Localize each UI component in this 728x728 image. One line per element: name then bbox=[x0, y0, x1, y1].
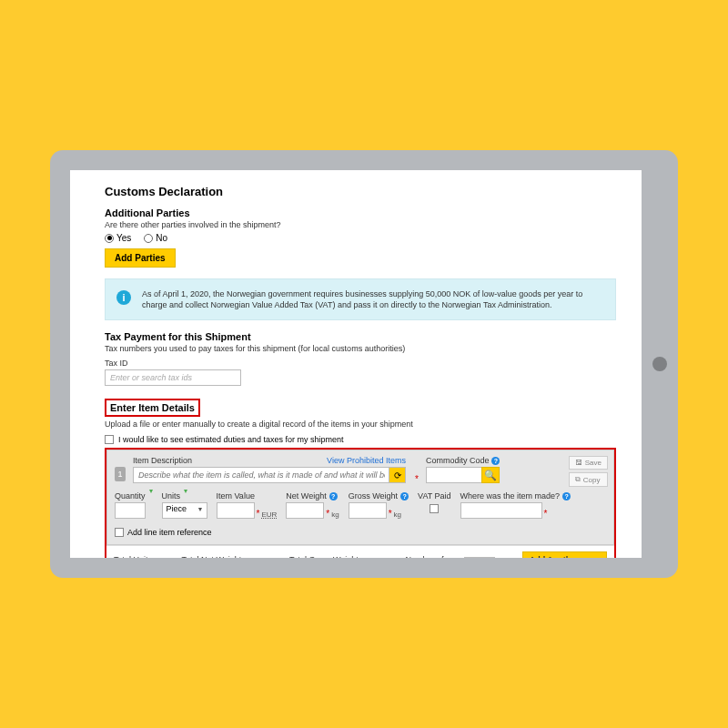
enter-item-details-section: Enter Item Details Upload a file or ente… bbox=[105, 397, 616, 558]
radio-no-indicator bbox=[144, 234, 153, 243]
additional-parties-heading: Additional Parties bbox=[105, 207, 616, 218]
required-star: * bbox=[544, 509, 548, 519]
save-item-button[interactable]: 🖫 Save bbox=[569, 456, 608, 470]
caret-icon: ▾ bbox=[184, 487, 187, 495]
quantity-label: Quantity bbox=[115, 491, 146, 500]
additional-parties-question: Are there other parties involved in the … bbox=[105, 220, 616, 229]
where-made-input[interactable] bbox=[460, 502, 542, 519]
kg-unit: kg bbox=[331, 511, 339, 519]
radio-yes-indicator bbox=[105, 234, 114, 243]
kg-unit: kg bbox=[394, 511, 401, 519]
vat-paid-label: VAT Paid bbox=[418, 491, 451, 500]
page-title: Customs Declaration bbox=[105, 185, 616, 198]
info-icon: i bbox=[116, 290, 131, 305]
help-icon[interactable]: ? bbox=[329, 492, 338, 500]
radio-yes-label: Yes bbox=[116, 233, 131, 243]
item-description-col: Item Description View Prohibited Items ⟳ bbox=[133, 456, 406, 483]
copy-item-button[interactable]: ⧉ Copy bbox=[569, 472, 608, 487]
line-ref-checkbox[interactable] bbox=[115, 528, 124, 537]
vat-paid-checkbox[interactable] bbox=[430, 504, 439, 513]
item-details-highlight: 🖫 Save ⧉ Copy 1 Item Description bbox=[105, 448, 616, 558]
units-label: Units bbox=[162, 491, 181, 500]
required-star: * bbox=[389, 509, 392, 519]
required-star: * bbox=[326, 509, 329, 519]
tax-heading: Tax Payment for this Shipment bbox=[105, 331, 616, 342]
duties-checkbox-label: I would like to see estimated duties and… bbox=[118, 435, 344, 444]
currency-link[interactable]: EUR bbox=[261, 511, 277, 519]
total-net-label: Total Net Weight bbox=[181, 555, 241, 558]
units-select[interactable]: Piece bbox=[162, 502, 207, 519]
item-side-actions: 🖫 Save ⧉ Copy bbox=[569, 456, 608, 487]
item-value-input[interactable] bbox=[217, 502, 255, 519]
gross-weight-label: Gross Weight bbox=[349, 491, 398, 500]
info-banner: i As of April 1, 2020, the Norwegian gov… bbox=[105, 278, 616, 320]
radio-no-label: No bbox=[156, 233, 167, 243]
total-units-label: Total Units bbox=[114, 555, 152, 558]
tablet-frame: Customs Declaration Additional Parties A… bbox=[50, 150, 678, 578]
required-star: * bbox=[415, 474, 419, 484]
tax-sub: Tax numbers you used to pay taxes for th… bbox=[105, 344, 616, 353]
copy-icon: ⧉ bbox=[575, 475, 581, 484]
totals-row: Total Units 1 Total Net Weight --,-- KG … bbox=[106, 545, 614, 558]
line-ref-label: Add line item reference bbox=[127, 528, 212, 537]
add-another-item-button[interactable]: Add Another Item + bbox=[522, 551, 607, 558]
pallets-input[interactable] bbox=[464, 557, 495, 558]
item-row-1: 1 Item Description View Prohibited Items… bbox=[115, 456, 606, 484]
enter-item-details-sub: Upload a file or enter manually to creat… bbox=[105, 420, 616, 429]
tax-id-input[interactable] bbox=[105, 369, 241, 386]
item-index: 1 bbox=[115, 467, 126, 481]
save-icon: 🖫 bbox=[575, 459, 582, 467]
item-panel: 🖫 Save ⧉ Copy 1 Item Description bbox=[106, 450, 614, 545]
pallets-label: Number of Pallets bbox=[406, 555, 460, 558]
commodity-code-input[interactable] bbox=[426, 467, 482, 483]
app-screen: Customs Declaration Additional Parties A… bbox=[70, 170, 642, 558]
radio-yes[interactable]: Yes bbox=[105, 233, 131, 243]
line-ref-row[interactable]: Add line item reference bbox=[115, 528, 606, 537]
tax-section: Tax Payment for this Shipment Tax number… bbox=[105, 331, 616, 386]
info-banner-text: As of April 1, 2020, the Norwegian gover… bbox=[142, 289, 582, 309]
net-weight-input[interactable] bbox=[286, 502, 324, 519]
duties-checkbox-row[interactable]: I would like to see estimated duties and… bbox=[105, 435, 616, 444]
commodity-code-label: Commodity Code bbox=[426, 456, 490, 465]
net-weight-label: Net Weight bbox=[286, 491, 326, 500]
description-suggest-button[interactable]: ⟳ bbox=[389, 468, 405, 482]
tablet-home-button[interactable] bbox=[652, 357, 667, 371]
enter-item-details-heading: Enter Item Details bbox=[105, 399, 200, 417]
help-icon[interactable]: ? bbox=[491, 457, 500, 465]
tax-id-label: Tax ID bbox=[105, 359, 616, 368]
caret-icon: ▾ bbox=[149, 487, 153, 495]
commodity-code-col: Commodity Code ? 🔍 bbox=[426, 456, 500, 483]
view-prohibited-link[interactable]: View Prohibited Items bbox=[327, 456, 406, 465]
required-star: * bbox=[257, 509, 260, 519]
item-description-input[interactable] bbox=[133, 467, 406, 483]
gross-weight-input[interactable] bbox=[349, 502, 387, 519]
commodity-code-search-button[interactable]: 🔍 bbox=[481, 467, 500, 483]
quantity-input[interactable] bbox=[115, 502, 146, 519]
radio-no[interactable]: No bbox=[144, 233, 167, 243]
total-gross-label: Total Gross Weight bbox=[289, 555, 359, 558]
item-value-label: Item Value bbox=[217, 491, 255, 500]
help-icon[interactable]: ? bbox=[400, 492, 409, 500]
where-made-label: Where was the item made? bbox=[460, 491, 561, 500]
duties-checkbox[interactable] bbox=[105, 435, 114, 444]
parties-radio-group: Yes No bbox=[105, 233, 616, 243]
help-icon[interactable]: ? bbox=[562, 492, 571, 500]
add-parties-button[interactable]: Add Parties bbox=[105, 248, 176, 268]
item-description-label: Item Description bbox=[133, 456, 192, 465]
item-row-2: Quantity ▾ Units ▾ Piece bbox=[115, 491, 606, 519]
